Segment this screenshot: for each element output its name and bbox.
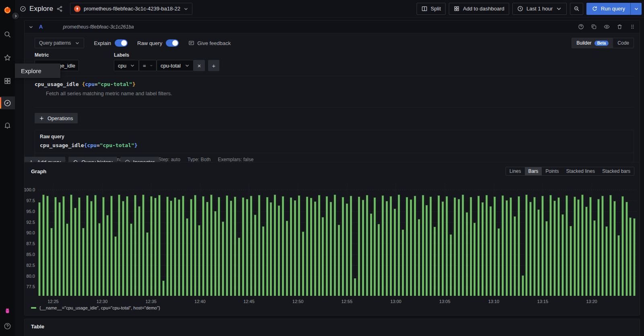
bar[interactable] bbox=[402, 229, 404, 296]
bar[interactable] bbox=[82, 228, 85, 296]
bar[interactable] bbox=[438, 195, 440, 296]
bar[interactable] bbox=[130, 223, 132, 296]
bar[interactable] bbox=[286, 221, 288, 296]
bar[interactable] bbox=[585, 207, 588, 296]
run-query-button[interactable]: Run query bbox=[586, 3, 630, 15]
bar[interactable] bbox=[318, 195, 320, 296]
run-query-caret-button[interactable] bbox=[630, 3, 642, 15]
bar[interactable] bbox=[218, 197, 220, 296]
bar[interactable] bbox=[493, 197, 496, 296]
bar[interactable] bbox=[150, 196, 153, 296]
bar[interactable] bbox=[162, 281, 165, 296]
bar[interactable] bbox=[182, 196, 184, 296]
bar[interactable] bbox=[302, 232, 304, 296]
bar[interactable] bbox=[126, 196, 128, 296]
dashboards-icon[interactable] bbox=[0, 73, 15, 88]
bar[interactable] bbox=[94, 195, 97, 296]
bar[interactable] bbox=[290, 197, 292, 296]
bar[interactable] bbox=[66, 223, 68, 296]
query-patterns-button[interactable]: Query patterns bbox=[35, 38, 84, 48]
bar[interactable] bbox=[298, 195, 300, 296]
query-help-icon[interactable] bbox=[578, 24, 584, 30]
bar[interactable] bbox=[406, 197, 408, 296]
delete-query-trash-icon[interactable] bbox=[617, 24, 623, 30]
bar[interactable] bbox=[481, 202, 484, 296]
sidebar-item-explore[interactable] bbox=[0, 96, 15, 109]
bar[interactable] bbox=[462, 195, 464, 296]
bar[interactable] bbox=[470, 197, 472, 296]
bar[interactable] bbox=[46, 196, 49, 296]
zoom-out-button[interactable] bbox=[570, 3, 583, 15]
bar[interactable] bbox=[629, 217, 632, 296]
bar[interactable] bbox=[222, 221, 224, 296]
bar[interactable] bbox=[581, 195, 584, 296]
label-operator-select[interactable]: = bbox=[139, 60, 157, 71]
bar[interactable] bbox=[617, 235, 620, 296]
bar[interactable] bbox=[110, 196, 113, 296]
bar[interactable] bbox=[450, 234, 452, 296]
bar[interactable] bbox=[506, 200, 508, 296]
bar[interactable] bbox=[282, 196, 284, 296]
bar[interactable] bbox=[577, 199, 580, 296]
explore-flyout-item[interactable]: Explore bbox=[15, 64, 60, 78]
bar[interactable] bbox=[601, 196, 604, 296]
user-avatar[interactable] bbox=[0, 303, 15, 318]
bar[interactable] bbox=[454, 197, 456, 296]
bar[interactable] bbox=[442, 201, 444, 296]
starred-icon[interactable] bbox=[0, 50, 15, 65]
bar[interactable] bbox=[529, 202, 532, 296]
datasource-picker[interactable]: prometheus-f8ebfeac-3c1c-4239-ba18-22 bbox=[70, 3, 192, 15]
bar[interactable] bbox=[206, 202, 208, 296]
bar[interactable] bbox=[613, 201, 616, 296]
bar[interactable] bbox=[338, 225, 340, 296]
bar[interactable] bbox=[230, 201, 232, 296]
bar[interactable] bbox=[114, 236, 117, 296]
bar[interactable] bbox=[154, 198, 157, 296]
bar[interactable] bbox=[250, 196, 252, 296]
code-tab[interactable]: Code bbox=[613, 38, 634, 48]
bar[interactable] bbox=[86, 195, 89, 296]
bar[interactable] bbox=[174, 197, 176, 296]
bar[interactable] bbox=[334, 195, 336, 296]
bar[interactable] bbox=[366, 195, 368, 296]
bar[interactable] bbox=[358, 197, 360, 296]
remove-label-filter-button[interactable]: × bbox=[194, 60, 205, 71]
bar[interactable] bbox=[58, 202, 61, 296]
bar[interactable] bbox=[570, 226, 572, 296]
time-range-picker[interactable]: Last 1 hour bbox=[512, 3, 567, 15]
bar[interactable] bbox=[414, 196, 416, 296]
label-key-select[interactable]: cpu bbox=[114, 60, 139, 71]
bar[interactable] bbox=[142, 195, 144, 296]
bar[interactable] bbox=[354, 278, 356, 296]
bar[interactable] bbox=[425, 205, 428, 296]
drag-handle-icon[interactable] bbox=[630, 24, 636, 30]
bar[interactable] bbox=[42, 195, 45, 296]
bar[interactable] bbox=[314, 201, 316, 296]
bar[interactable] bbox=[346, 203, 348, 296]
bar[interactable] bbox=[102, 197, 105, 296]
bar[interactable] bbox=[166, 197, 169, 296]
bar[interactable] bbox=[502, 195, 504, 296]
bar[interactable] bbox=[106, 215, 109, 296]
bar[interactable] bbox=[38, 202, 41, 296]
graph-mode-bars[interactable]: Bars bbox=[525, 167, 542, 175]
bar[interactable] bbox=[621, 196, 624, 296]
bar[interactable] bbox=[322, 217, 324, 296]
bar[interactable] bbox=[74, 208, 76, 296]
duplicate-query-icon[interactable] bbox=[591, 24, 597, 30]
bar[interactable] bbox=[274, 195, 276, 296]
bar[interactable] bbox=[574, 197, 576, 296]
bar[interactable] bbox=[382, 195, 384, 296]
bar[interactable] bbox=[146, 232, 149, 296]
bar[interactable] bbox=[398, 195, 400, 296]
expand-sidebar-button[interactable] bbox=[11, 12, 20, 20]
bar[interactable] bbox=[514, 216, 516, 296]
label-value-select[interactable]: cpu-total bbox=[157, 60, 194, 71]
graph-plot[interactable]: 100.097.595.092.590.087.585.082.580.077.… bbox=[38, 183, 636, 296]
bar[interactable] bbox=[477, 196, 480, 296]
bar[interactable] bbox=[294, 200, 296, 296]
bar[interactable] bbox=[633, 218, 636, 296]
builder-tab[interactable]: Builder Beta bbox=[572, 38, 613, 48]
bar[interactable] bbox=[557, 197, 560, 296]
graph-mode-stacked-lines[interactable]: Stacked lines bbox=[563, 167, 599, 175]
